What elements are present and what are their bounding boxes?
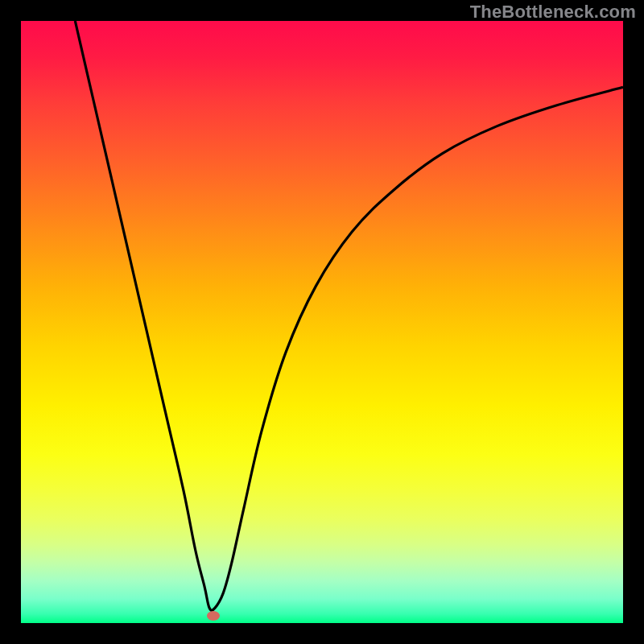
- watermark-text: TheBottleneck.com: [470, 2, 636, 23]
- optimal-point-marker: [207, 611, 220, 621]
- bottleneck-curve: [75, 21, 623, 610]
- curve-svg: [21, 21, 623, 623]
- plot-area: [21, 21, 623, 623]
- chart-frame: TheBottleneck.com: [0, 0, 644, 644]
